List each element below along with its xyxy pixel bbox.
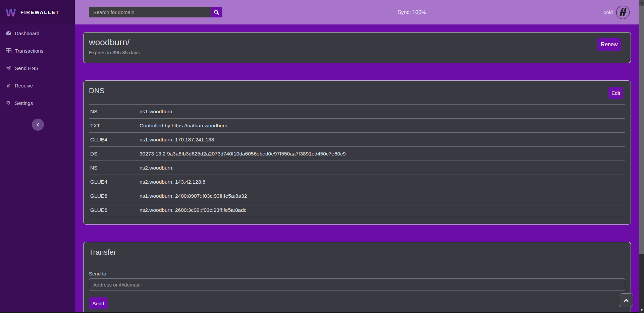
scroll-to-top-button[interactable] xyxy=(619,293,633,307)
dns-record-row: GLUE4ns2.woodburn. 143.42.128.6 xyxy=(89,175,625,189)
brand-title: FIREWALLET xyxy=(20,9,59,15)
dns-records: NSns1.woodburn.TXTControlled by https://… xyxy=(89,104,625,217)
scrollbar-down-arrow-icon[interactable] xyxy=(639,308,644,312)
window-bottom-edge xyxy=(0,312,639,313)
chevron-left-icon xyxy=(36,122,40,127)
sidebar-collapse-button[interactable] xyxy=(32,119,44,131)
dns-record-type: NS xyxy=(89,109,140,115)
gear-icon: ⚙ xyxy=(5,100,11,106)
send-to-label: Send to xyxy=(89,271,625,276)
dns-record-type: DS xyxy=(89,151,140,157)
dns-record-type: GLUE6 xyxy=(89,193,140,199)
dns-record-value: ns1.woodburn. 170.187.241.138 xyxy=(140,137,625,143)
dns-record-value: ns2.woodburn. 143.42.128.6 xyxy=(140,179,625,185)
table-icon xyxy=(5,48,11,53)
dns-record-value: 30273 13 2 9a3a8fb3d625d2a2073d740f10da6… xyxy=(140,151,625,157)
domain-expiry: Expires in 395.35 days xyxy=(89,50,625,55)
page-scrollbar[interactable] xyxy=(639,0,644,313)
dns-record-value: ns2.woodburn. xyxy=(140,165,625,171)
dns-card: DNS Edit NSns1.woodburn.TXTControlled by… xyxy=(83,80,631,225)
wallet-name: cold xyxy=(603,9,613,15)
transfer-card: Transfer Send to Send xyxy=(83,242,631,313)
dns-record-type: GLUE4 xyxy=(89,179,140,185)
sidebar-item-settings[interactable]: ⚙ Settings xyxy=(0,94,75,112)
handshake-logo-icon[interactable] xyxy=(616,5,630,19)
topbar: Sync: 100% cold xyxy=(75,0,639,24)
sidebar-item-label: Send HNS xyxy=(15,65,39,71)
dns-title: DNS xyxy=(89,81,625,95)
dns-record-row: NSns2.woodburn. xyxy=(89,161,625,175)
transfer-title: Transfer xyxy=(89,242,625,257)
chevron-up-icon xyxy=(623,298,629,302)
dns-record-value: ns1.woodburn. xyxy=(140,109,625,115)
sidebar-item-label: Transactions xyxy=(15,48,43,54)
search-input[interactable] xyxy=(89,7,211,17)
scrollbar-thumb[interactable] xyxy=(639,6,644,254)
dns-record-row: GLUE6ns2.woodburn. 2600:3c02::f03c:93ff:… xyxy=(89,203,625,217)
domain-search xyxy=(89,7,222,17)
sync-status: Sync: 100% xyxy=(397,0,426,24)
sidebar-item-dashboard[interactable]: Dashboard xyxy=(0,24,75,42)
edit-dns-button[interactable]: Edit xyxy=(608,87,623,99)
send-button[interactable]: Send xyxy=(89,297,108,309)
wallet-area: cold xyxy=(603,0,630,24)
sidebar-item-label: Settings xyxy=(15,100,33,106)
dns-record-row: DS30273 13 2 9a3a8fb3d625d2a2073d740f10d… xyxy=(89,147,625,161)
dns-record-type: GLUE4 xyxy=(89,137,140,143)
svg-text:W: W xyxy=(6,7,16,19)
scrollbar-up-arrow-icon[interactable] xyxy=(639,0,644,6)
dns-record-value: ns2.woodburn. 2600:3c02::f03c:93ff:fe5a:… xyxy=(140,207,625,213)
search-button[interactable] xyxy=(211,7,222,17)
dns-record-type: TXT xyxy=(89,123,140,129)
arrow-down-left-icon xyxy=(5,83,11,88)
dns-record-value: Controlled by https://nathan.woodburn xyxy=(140,123,625,129)
sidebar: W FIREWALLET Dashboard Transactions Send… xyxy=(0,0,75,313)
sidebar-item-label: Dashboard xyxy=(15,30,39,36)
dns-record-value: ns1.woodburn. 2400:8907::f03c:93ff:fe5a:… xyxy=(140,193,625,199)
dns-record-type: GLUE6 xyxy=(89,207,140,213)
sidebar-item-send-hns[interactable]: Send HNS xyxy=(0,59,75,77)
sidebar-nav: Dashboard Transactions Send HNS Receive … xyxy=(0,24,75,112)
domain-card: woodburn/ Expires in 395.35 days Renew xyxy=(83,32,631,63)
renew-button[interactable]: Renew xyxy=(597,38,621,51)
sidebar-item-receive[interactable]: Receive xyxy=(0,77,75,94)
dns-record-row: GLUE4ns1.woodburn. 170.187.241.138 xyxy=(89,133,625,147)
transfer-address-input[interactable] xyxy=(89,278,625,291)
firewallet-logo-icon: W xyxy=(4,6,17,19)
dns-record-type: NS xyxy=(89,165,140,171)
domain-name: woodburn/ xyxy=(89,33,625,47)
sidebar-item-transactions[interactable]: Transactions xyxy=(0,42,75,59)
dns-record-row: TXTControlled by https://nathan.woodburn xyxy=(89,119,625,133)
magnifier-icon xyxy=(214,9,219,15)
gauge-icon xyxy=(5,30,11,36)
dns-record-row: NSns1.woodburn. xyxy=(89,105,625,119)
dns-record-row: GLUE6ns1.woodburn. 2400:8907::f03c:93ff:… xyxy=(89,189,625,203)
paper-plane-icon xyxy=(5,66,11,71)
sidebar-item-label: Receive xyxy=(15,83,33,88)
sidebar-header: W FIREWALLET xyxy=(0,0,75,24)
